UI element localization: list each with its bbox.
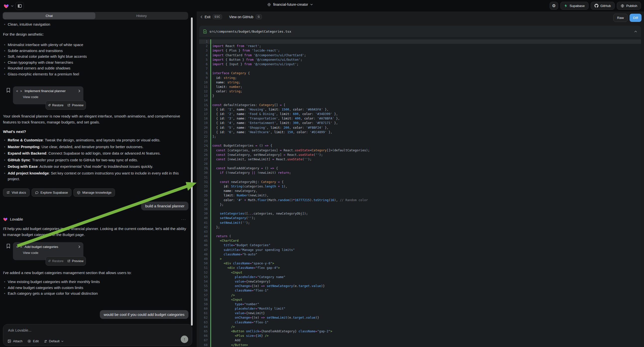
code-line: 56 className="flex-1" <box>199 288 641 293</box>
attach-image-icon <box>8 339 11 343</box>
explore-supabase-button[interactable]: Explore Supabase <box>32 188 72 197</box>
sliders-icon <box>44 340 47 343</box>
bullet-item: GitHub Sync: Transfer your project's cod… <box>3 157 189 163</box>
project-switcher[interactable]: financial-future-creator <box>267 2 313 6</box>
bullet-item: Debug with Ease: Activate our experiment… <box>3 164 189 170</box>
code-line: 25 const [categories, setCategories] = R… <box>199 148 641 152</box>
bullet-item: Master Prompting: Use clear, detailed, a… <box>3 144 189 150</box>
manage-knowledge-button[interactable]: Manage knowledge <box>74 188 115 197</box>
chat-bubble-icon <box>35 191 38 194</box>
code-viewer-header: Exit ESC View on GitHub G Raw Diff <box>197 12 644 25</box>
project-globe-icon <box>267 3 271 6</box>
mode-selector[interactable]: Default <box>44 339 64 343</box>
code-line: 21 { id: '6', name: 'Healthcare', limit:… <box>199 130 641 134</box>
tab-history[interactable]: History <box>95 12 188 19</box>
diff-toggle-button[interactable]: Diff <box>630 14 642 22</box>
raw-toggle-button[interactable]: Raw <box>614 14 628 22</box>
code-line: 7 <box>199 66 641 71</box>
code-line: 5import { Button } from '@/components/ui… <box>199 58 641 62</box>
code-line: 4import ChartCard from '@/components/ui/… <box>199 53 641 58</box>
code-line: 54 value={newCategory} <box>199 279 641 284</box>
whats-next-list: Refine & Customize: Tweak the design, an… <box>3 137 189 183</box>
arrow-up-icon: ↑ <box>184 337 186 342</box>
sidebar-toggle-button[interactable] <box>16 2 24 10</box>
bullet-item: Add new budget categories with custom li… <box>3 285 189 291</box>
code-line: 12 color: string; <box>199 89 641 94</box>
chevron-down-icon <box>61 340 64 342</box>
design-aesthetic-list: Minimalist interface with plenty of whit… <box>3 42 189 77</box>
settings-button[interactable]: ⚙ <box>550 2 558 10</box>
design-aesthetic-heading: For the design aesthetic: <box>3 31 189 37</box>
user-message-1: build a financial planner <box>141 202 188 210</box>
edit-card-toolbar: ↺ Restore Preview <box>46 100 86 110</box>
assistant-paragraph-3: I've added a new budget categories manag… <box>3 270 189 276</box>
fold-chevron-icon[interactable]: ⌄ <box>207 144 210 148</box>
attach-button[interactable]: Attach <box>8 339 22 343</box>
fold-chevron-icon[interactable]: ⌄ <box>207 103 210 108</box>
diff-added-gutter <box>210 39 211 347</box>
bullet-item: Expand with Backend: Connect Supabase to… <box>3 150 189 156</box>
restore-button[interactable]: ↺ Restore <box>48 103 64 107</box>
code-line: 46 title="Budget Categories" <box>199 243 641 248</box>
message-menu-button[interactable]: ··· <box>181 217 186 221</box>
code-line: 60 placeholder="Monthly limit" <box>199 306 641 311</box>
code-viewer-panel: Exit ESC View on GitHub G Raw Diff src/c… <box>197 12 644 347</box>
tab-chat[interactable]: Chat <box>3 12 95 19</box>
bullet-item: Clean typography with clear hierarchies <box>3 60 189 66</box>
code-line: 37 }; <box>199 202 641 207</box>
lovable-logo-icon[interactable] <box>4 4 9 8</box>
code-line: 3import { Plus } from 'lucide-react'; <box>199 48 641 53</box>
view-code-link[interactable]: View code <box>23 251 80 255</box>
fold-chevron-icon[interactable]: ⌄ <box>207 71 210 76</box>
code-line: 40 setNewCategory(''); <box>199 216 641 220</box>
code-line: 19 { id: '4', name: 'Entertainment', lim… <box>199 121 641 125</box>
target-icon <box>28 339 31 343</box>
logo-menu-chevron-icon[interactable] <box>11 5 14 7</box>
code-line: 38 <box>199 207 641 211</box>
edit-mode-button[interactable]: Edit <box>28 339 38 343</box>
code-line: 24⌄const BudgetCategories = () => { <box>199 144 641 148</box>
github-button[interactable]: GitHub <box>591 2 615 10</box>
code-icon: < > <box>16 89 22 93</box>
code-line: 57 /> <box>199 293 641 298</box>
supabase-button[interactable]: Supabase <box>560 2 588 10</box>
restore-button[interactable]: ↺ Restore <box>48 259 64 263</box>
code-line: 8⌄interface Category { <box>199 71 641 76</box>
bookmark-icon[interactable] <box>6 88 10 92</box>
chat-scrollbar[interactable] <box>191 18 193 326</box>
code-line: 30 if (!newCategory || !newLimit) return… <box>199 170 641 175</box>
bullet-item: View existing budget categories with the… <box>3 279 189 285</box>
bullet-item: Add project knowledge: Set key context o… <box>3 170 189 182</box>
external-link-icon <box>67 260 70 262</box>
code-line: 63 className="flex-1" <box>199 320 641 324</box>
fold-chevron-icon[interactable]: ⌄ <box>207 166 210 171</box>
publish-button[interactable]: Publish <box>617 2 641 10</box>
code-line: 2import React from 'react'; <box>199 44 641 48</box>
chat-panel: Chat History Clean, intuitive navigation… <box>0 12 194 347</box>
code-line: 9 id: string; <box>199 76 641 80</box>
exit-button[interactable]: Exit ESC <box>201 14 222 19</box>
assistant-header: Lovable ··· <box>3 217 189 221</box>
preview-button[interactable]: Preview <box>67 259 84 263</box>
code-line: 43 <box>199 230 641 234</box>
chevron-up-icon <box>634 30 637 32</box>
send-button[interactable]: ↑ <box>181 336 188 343</box>
bullet-item: Refine & Customize: Tweak the design, an… <box>3 137 189 143</box>
code-line: 33 id: String(categories.length + 1), <box>199 184 641 189</box>
file-path-bar[interactable]: src/components/budget/BudgetCategories.t… <box>199 26 641 37</box>
fold-chevron-icon[interactable]: ⌄ <box>207 180 210 184</box>
view-code-link[interactable]: View code <box>23 95 80 99</box>
preview-button[interactable]: Preview <box>67 103 84 107</box>
code-line: 53 placeholder="Category name" <box>199 275 641 279</box>
visit-docs-button[interactable]: Visit docs <box>3 188 30 197</box>
prompt-input-box[interactable]: Ask Lovable... Attach Edit Default ↑ <box>3 324 192 346</box>
code-line: 16 { id: '1', name: 'Housing', limit: 15… <box>199 107 641 112</box>
bookmark-icon[interactable] <box>6 244 10 248</box>
code-line: 47 subtitle="Manage your spending limits… <box>199 248 641 252</box>
file-added-icon <box>203 29 207 34</box>
view-on-github-button[interactable]: View on GitHub G <box>229 14 262 19</box>
whats-next-heading: What's next? <box>3 129 189 135</box>
collapse-file-button[interactable] <box>634 30 637 32</box>
added-features-list: View existing budget categories with the… <box>3 279 189 296</box>
user-message-2: would be cool if you could add budget ca… <box>100 310 188 319</box>
